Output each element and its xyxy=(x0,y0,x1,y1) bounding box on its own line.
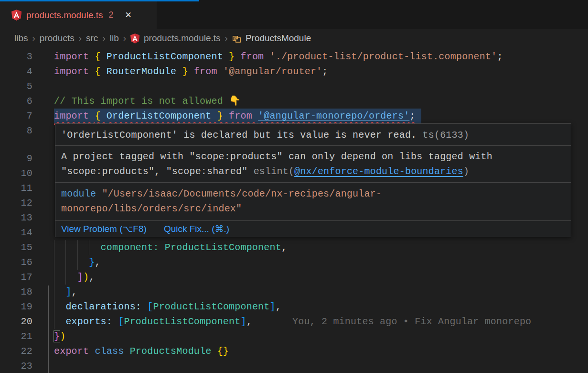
code-text-6: // This import is not allowed 👇 xyxy=(54,94,241,109)
code-token: ) xyxy=(60,331,65,342)
code-line-21[interactable]: 21}) xyxy=(0,329,588,344)
code-line-17[interactable]: 17 ]), xyxy=(0,270,588,285)
code-token xyxy=(141,301,147,312)
code-token: 👇 xyxy=(229,96,241,107)
line-number-7: 7 xyxy=(0,109,32,123)
hover-ts-code: ts(6133) xyxy=(417,130,469,141)
angular-icon xyxy=(130,33,139,44)
code-text-21: }) xyxy=(54,329,65,344)
editor[interactable]: 3import { ProductListComponent } from '.… xyxy=(0,48,588,373)
code-token: , xyxy=(246,316,252,327)
line-number-23: 23 xyxy=(0,359,32,373)
code-token: {} xyxy=(217,346,229,357)
quick-fix-action[interactable]: Quick Fix... (⌘.) xyxy=(164,223,229,234)
line-number-21: 21 xyxy=(0,329,32,344)
code-token xyxy=(112,316,118,327)
code-token: declarations: xyxy=(65,301,141,312)
code-token: ProductsModule xyxy=(130,346,217,357)
code-token: ) xyxy=(83,272,89,283)
code-token: from xyxy=(194,66,223,77)
code-token: RouterModule xyxy=(107,66,176,77)
code-text-4: import { RouterModule } from '@angular/r… xyxy=(54,64,328,79)
line-number-17: 17 xyxy=(0,270,32,285)
breadcrumb-item-file[interactable]: products.module.ts xyxy=(144,33,221,44)
breadcrumb-item-src[interactable]: src xyxy=(86,33,98,44)
code-token: from xyxy=(229,110,258,121)
code-token: { xyxy=(95,51,106,62)
class-symbol-icon xyxy=(232,34,241,43)
hover-eslint-line1: A project tagged with "scope:products" c… xyxy=(61,149,565,164)
line-number-16: 16 xyxy=(0,255,32,270)
code-line-15[interactable]: 15 component: ProductListComponent, xyxy=(0,240,588,255)
code-token: export xyxy=(54,346,95,357)
line-number-12: 12 xyxy=(0,196,32,210)
breadcrumb-separator: › xyxy=(225,33,228,44)
code-token: OrderListComponent xyxy=(107,110,212,121)
line-number-8: 8 xyxy=(0,123,32,138)
code-token: } xyxy=(229,51,240,62)
line-number-4: 4 xyxy=(0,64,32,79)
code-line-20[interactable]: 20 exports: [ProductListComponent],You, … xyxy=(0,314,588,329)
line-number-19: 19 xyxy=(0,299,32,314)
code-token: { xyxy=(95,66,106,77)
code-line-16[interactable]: 16 }, xyxy=(0,255,588,270)
active-bracket-guide xyxy=(48,285,49,373)
code-token: } xyxy=(182,66,193,77)
code-token: class xyxy=(95,346,129,357)
code-token: import xyxy=(54,110,95,121)
breadcrumb-item-products[interactable]: products xyxy=(40,33,75,44)
tab-title: products.module.ts xyxy=(26,10,103,21)
tab-problem-badge: 2 xyxy=(109,10,114,20)
code-line-5[interactable]: 5 xyxy=(0,79,588,94)
code-text-16: }, xyxy=(54,255,101,270)
line-number-18: 18 xyxy=(0,285,32,299)
tab-bar: products.module.ts 2 ✕ xyxy=(0,0,588,29)
module-path-link[interactable]: '@angular-monorepo/orders' xyxy=(258,110,409,121)
hover-module-path-line1: "/Users/isaac/Documents/code/nx-recipes/… xyxy=(102,188,382,199)
code-token: { xyxy=(95,110,106,121)
eslint-rule-link[interactable]: @nx/enforce-module-boundaries xyxy=(294,166,463,177)
code-text-7: import { OrderListComponent } from '@ang… xyxy=(54,109,416,123)
active-tab-accent xyxy=(0,0,199,1)
code-line-3[interactable]: 3import { ProductListComponent } from '.… xyxy=(0,49,588,64)
code-line-4[interactable]: 4import { RouterModule } from '@angular/… xyxy=(0,64,588,79)
breadcrumb-item-lib[interactable]: lib xyxy=(110,33,119,44)
code-token: , xyxy=(281,242,287,253)
breadcrumb-item-libs[interactable]: libs xyxy=(14,33,28,44)
code-text-15: component: ProductListComponent, xyxy=(54,240,287,255)
hover-actions-bar: View Problem (⌥F8) Quick Fix... (⌘.) xyxy=(55,220,571,237)
vscode-window: { "tab": { "title": "products.module.ts"… xyxy=(0,0,588,373)
code-line-7[interactable]: 7import { OrderListComponent } from '@an… xyxy=(0,109,588,123)
code-token xyxy=(54,301,65,312)
code-token: } xyxy=(217,110,229,121)
hover-eslint-diagnostic: A project tagged with "scope:products" c… xyxy=(55,145,571,182)
breadcrumb-item-symbol[interactable]: ProductsModule xyxy=(246,33,311,44)
tab-products-module[interactable]: products.module.ts 2 ✕ xyxy=(0,1,157,29)
close-icon[interactable]: ✕ xyxy=(123,9,134,21)
code-line-6[interactable]: 6// This import is not allowed 👇 xyxy=(0,94,588,109)
code-text-22: export class ProductsModule {} xyxy=(54,344,229,359)
code-token: import xyxy=(54,66,95,77)
code-token xyxy=(54,257,89,268)
code-token: , xyxy=(72,286,77,297)
code-token: , xyxy=(89,272,95,283)
view-problem-action[interactable]: View Problem (⌥F8) xyxy=(61,223,147,234)
code-token xyxy=(223,51,229,62)
code-token: ] xyxy=(270,301,276,312)
code-line-18[interactable]: 18 ], xyxy=(0,285,588,299)
line-number-6: 6 xyxy=(0,94,32,109)
line-number-10: 10 xyxy=(0,166,32,181)
code-token: } xyxy=(54,331,60,342)
code-line-23[interactable]: 23 xyxy=(0,359,588,373)
code-line-19[interactable]: 19 declarations: [ProductListComponent], xyxy=(0,299,588,314)
line-number-20: 20 xyxy=(0,314,32,329)
hover-module-block: module "/Users/isaac/Documents/code/nx-r… xyxy=(55,182,571,220)
code-token: [ xyxy=(147,301,153,312)
hover-module-path-line2: monorepo/libs/orders/src/index" xyxy=(61,201,565,216)
code-token: [ xyxy=(118,316,124,327)
code-token xyxy=(54,286,65,297)
code-token: } xyxy=(89,257,95,268)
code-text-3: import { ProductListComponent } from './… xyxy=(54,49,503,64)
code-token: ] xyxy=(77,272,83,283)
code-line-22[interactable]: 22export class ProductsModule {} xyxy=(0,344,588,359)
